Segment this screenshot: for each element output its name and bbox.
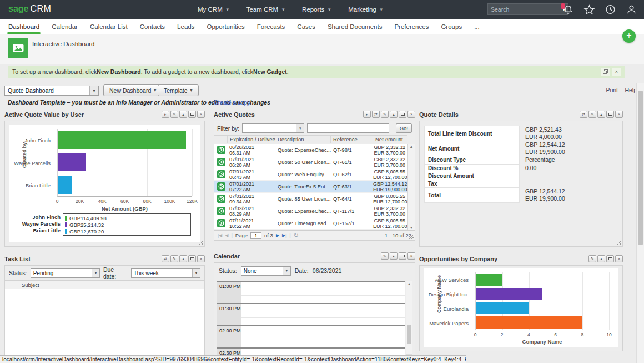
chevron-down-icon[interactable]: ▾ [92,269,99,277]
create-a-copy-link[interactable]: Create a copy [214,99,250,106]
help-link[interactable]: Help [625,87,637,93]
chevron-down-icon[interactable]: ▾ [296,124,304,132]
dashboard-select[interactable]: Quote Dashboard ▾ [4,86,99,96]
column-header-reference[interactable]: Reference [331,136,373,143]
column-header-subject[interactable]: Subject [18,282,39,288]
search-input[interactable] [491,6,562,13]
chevron-down-icon[interactable]: ▾ [283,267,290,275]
task-due-date-select[interactable]: This week ▾ [131,268,200,278]
scroll-up-icon[interactable]: ▲ [406,282,412,286]
top-menu-item[interactable]: Reports ▼ [302,6,331,13]
collapse-icon[interactable]: ▴ [597,111,605,118]
calendar-date-value[interactable]: 06/23/2021 [313,267,342,274]
maximize-icon[interactable] [606,111,614,118]
collapse-icon[interactable]: ▴ [390,111,398,118]
top-menu-item[interactable]: Team CRM ▼ [246,6,285,13]
tab[interactable]: Calendar List [84,19,134,34]
next-page-icon[interactable]: ▶ [276,233,279,238]
filter-value-input[interactable] [307,123,389,133]
run-icon[interactable]: ▸ [363,111,371,118]
tab[interactable]: ... [468,19,486,34]
refresh-icon[interactable]: ↻ [294,232,299,239]
notifications-bell-icon[interactable] [562,4,574,15]
maximize-icon[interactable] [188,255,196,262]
chevron-down-icon[interactable]: ▾ [192,269,200,277]
close-icon[interactable]: × [197,255,205,262]
maximize-icon[interactable] [399,111,406,118]
quotes-row[interactable]: 07/11/2021 10:52 AM Quote: TimeMgrLead..… [214,217,407,230]
close-icon[interactable]: × [407,252,415,260]
tab[interactable]: Leads [171,19,200,34]
go-button[interactable]: Go! [396,123,412,133]
calendar-time-slot[interactable]: 01:00 PM [217,281,405,303]
column-header-expiration[interactable]: Expiration / Delivery ... [228,136,275,143]
calendar-status-select[interactable]: None ▾ [241,266,291,276]
maximize-icon[interactable] [399,252,406,260]
edit-icon[interactable]: ✎ [381,252,389,260]
notice-restore-icon[interactable] [601,68,610,76]
edit-icon[interactable]: ✎ [170,255,178,262]
quotes-row[interactable]: 07/01/2021 06:20 AM Quote: 50 User Licen… [214,156,407,168]
tab[interactable]: Opportunities [200,19,250,34]
column-header-description[interactable]: Description [275,136,331,143]
print-link[interactable]: Print [606,87,618,93]
recent-clock-icon[interactable] [605,4,616,15]
template-button[interactable]: Template ▾ [158,84,199,96]
scrollbar-thumb[interactable] [407,325,411,344]
maximize-icon[interactable] [606,255,614,262]
add-gadget-plus-button[interactable]: + [622,29,636,43]
link-gadget-icon[interactable]: ⇄ [162,255,169,262]
quotes-row[interactable]: 07/02/2021 08:29 AM Quote: ExpenseChec..… [214,205,407,217]
column-header-net-amount[interactable]: Net Amount [373,136,407,143]
scrollbar-thumb[interactable] [638,91,643,245]
link-gadget-icon[interactable]: ⇄ [580,111,587,118]
task-status-select[interactable]: Pending ▾ [31,268,100,278]
tab[interactable]: Forecasts [251,19,291,34]
resize-handle[interactable] [616,240,621,245]
prev-page-icon[interactable]: ◀ [225,233,228,238]
tab[interactable]: Contacts [134,19,171,34]
tab[interactable]: Calendar [46,19,84,34]
edit-icon[interactable]: ✎ [381,111,389,118]
scroll-down-icon[interactable]: ▼ [408,226,415,230]
tab[interactable]: Preferences [388,19,435,34]
quotes-row[interactable]: 07/01/2021 07:22 AM Quote: TimeEx 5 Ent.… [214,181,407,193]
maximize-icon[interactable] [188,111,196,118]
chevron-down-icon[interactable]: ▾ [89,86,98,95]
calendar-time-slot[interactable]: 01:30 PM [217,303,405,325]
edit-icon[interactable]: ✎ [588,111,596,118]
last-page-icon[interactable]: ▶| [282,233,286,238]
collapse-icon[interactable]: ▴ [390,252,398,260]
main-vertical-scrollbar[interactable] [636,83,644,363]
link-gadget-icon[interactable]: ⇄ [372,111,380,118]
tab[interactable]: Shared Documents [321,19,388,34]
collapse-icon[interactable]: ▴ [179,255,187,262]
close-icon[interactable]: × [615,111,623,118]
favorites-star-icon[interactable] [583,4,595,15]
calendar-scrollbar[interactable]: ▲ [406,281,412,355]
run-icon[interactable]: ▸ [162,111,169,118]
filter-field-select[interactable]: ▾ [242,123,304,133]
collapse-icon[interactable]: ▴ [179,111,187,118]
quotes-row[interactable]: 07/01/2021 09:34 AM Quote: 85 User Licen… [214,193,407,205]
user-profile-icon[interactable] [626,4,637,15]
tab[interactable]: Dashboard [2,19,46,34]
notice-close-icon[interactable]: × [612,68,621,76]
top-menu-item[interactable]: Marketing ▼ [348,6,383,13]
sage-crm-logo[interactable]: sageCRM [8,4,51,14]
edit-icon[interactable]: ✎ [588,255,596,262]
calendar-time-slot[interactable]: 02:00 PM [217,325,405,347]
first-page-icon[interactable]: |◀ [218,233,222,238]
close-icon[interactable]: × [615,255,623,262]
quotes-table-scrollbar[interactable]: ▲ ▼ [407,144,415,230]
tab[interactable]: Cases [291,19,321,34]
quotes-row[interactable]: 06/28/2021 06:31 AM Quote: ExpenseChec..… [214,144,407,156]
edit-icon[interactable]: ✎ [170,111,178,118]
page-number-input[interactable] [250,232,261,239]
collapse-icon[interactable]: ▴ [597,255,605,262]
top-menu-item[interactable]: My CRM ▼ [198,6,230,13]
tab[interactable]: Groups [435,19,468,34]
close-icon[interactable]: × [407,111,415,118]
quotes-row[interactable]: 07/01/2021 06:43 AM Quote: Web Enquiry .… [214,168,407,181]
new-dashboard-button[interactable]: New Dashboard ▾ [103,84,162,96]
